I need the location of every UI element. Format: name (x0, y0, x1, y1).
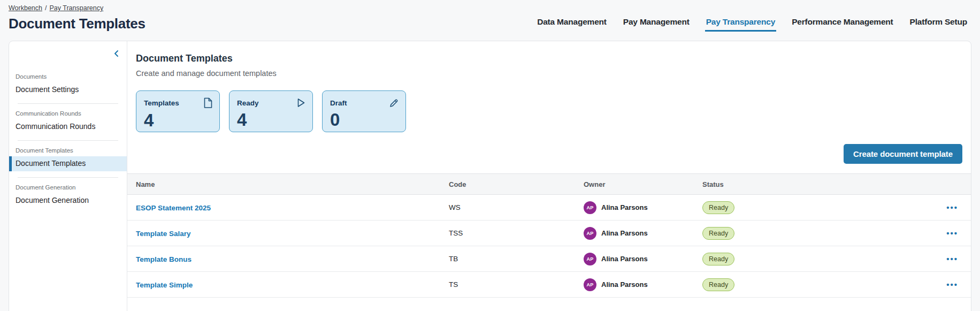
breadcrumb-separator: / (45, 4, 47, 12)
collapse-sidebar-button[interactable] (113, 50, 120, 57)
tab-pay-transparency[interactable]: Pay Transparency (705, 17, 777, 32)
sidebar-divider (18, 103, 118, 104)
tab-data-management[interactable]: Data Management (536, 17, 608, 32)
sidebar-group-label: Document Templates (9, 147, 127, 156)
sidebar-item-communication-rounds[interactable]: Communication Rounds (9, 119, 127, 134)
chevron-left-icon (113, 50, 120, 59)
row-actions-menu-icon[interactable]: ••• (946, 280, 958, 289)
template-code: TSS (449, 229, 584, 237)
actions-row: Create document template (127, 144, 971, 164)
sidebar-item-document-templates[interactable]: Document Templates (9, 156, 127, 171)
sidebar-group-label: Documents (9, 73, 127, 82)
stat-value: 0 (330, 111, 399, 128)
row-actions-menu-icon[interactable]: ••• (946, 255, 958, 263)
sidebar-group-label: Communication Rounds (9, 110, 127, 119)
panel-heading: Document Templates (136, 52, 962, 65)
templates-table: Name Code Owner Status ESOP Statement 20… (127, 173, 971, 298)
play-icon (295, 97, 306, 108)
stat-card-ready[interactable]: Ready 4 (229, 90, 313, 132)
template-code: TS (449, 280, 584, 289)
title-row: Document Templates Data Management Pay M… (9, 16, 968, 32)
stat-value: 4 (144, 111, 213, 129)
main-content: Document Templates Create and manage doc… (127, 41, 971, 311)
template-code: TB (449, 255, 584, 263)
template-link[interactable]: Template Bonus (136, 255, 192, 263)
panel-subheading: Create and manage document templates (136, 68, 962, 79)
template-link[interactable]: ESOP Statement 2025 (136, 204, 211, 212)
sidebar-item-document-settings[interactable]: Document Settings (9, 82, 127, 97)
avatar: AP (584, 278, 596, 291)
breadcrumb-link-workbench[interactable]: Workbench (9, 4, 42, 12)
column-header-owner: Owner (584, 180, 702, 188)
template-link[interactable]: Template Salary (136, 230, 191, 238)
table-row: Template Simple TS AP Alina Parsons Read… (127, 272, 971, 298)
sidebar-group-label: Document Generation (9, 184, 127, 193)
tab-performance-management[interactable]: Performance Management (791, 17, 894, 32)
status-badge: Ready (702, 278, 734, 291)
stat-label: Templates (144, 99, 179, 107)
stat-value: 4 (237, 111, 306, 128)
sidebar-divider (18, 140, 118, 141)
top-nav: Data Management Pay Management Pay Trans… (536, 17, 968, 32)
sidebar-group-communication-rounds: Communication Rounds Communication Round… (9, 110, 127, 134)
table-row: Template Bonus TB AP Alina Parsons Ready… (127, 246, 971, 272)
column-header-name: Name (136, 180, 449, 188)
template-link[interactable]: Template Simple (136, 281, 193, 289)
owner-name: Alina Parsons (601, 229, 648, 237)
tab-pay-management[interactable]: Pay Management (622, 17, 691, 32)
breadcrumb: Workbench/Pay Transparency (9, 3, 968, 12)
sidebar-divider (18, 177, 118, 178)
table-row: ESOP Statement 2025 WS AP Alina Parsons … (127, 195, 971, 221)
status-badge: Ready (702, 227, 734, 240)
row-actions-menu-icon[interactable]: ••• (946, 203, 958, 211)
stat-card-draft[interactable]: Draft 0 (322, 90, 406, 132)
page-title: Document Templates (9, 16, 146, 32)
row-actions-menu-icon[interactable]: ••• (946, 229, 958, 237)
status-badge: Ready (702, 253, 734, 266)
column-header-status: Status (702, 180, 920, 188)
stats-row: Templates 4 Ready 4 (136, 90, 962, 132)
file-icon (203, 97, 213, 109)
top-header: Workbench/Pay Transparency Document Temp… (0, 0, 980, 32)
sidebar-group-document-generation: Document Generation Document Generation (9, 184, 127, 208)
template-code: WS (449, 203, 584, 211)
avatar: AP (584, 201, 596, 214)
stat-label: Ready (237, 99, 259, 107)
table-row: Template Salary TSS AP Alina Parsons Rea… (127, 221, 971, 246)
tab-platform-setup[interactable]: Platform Setup (909, 17, 968, 32)
stat-card-templates[interactable]: Templates 4 (136, 90, 220, 132)
main-header-section: Document Templates Create and manage doc… (127, 41, 971, 132)
sidebar-collapse-row (9, 50, 127, 59)
column-header-code: Code (449, 180, 584, 188)
sidebar-item-document-generation[interactable]: Document Generation (9, 193, 127, 208)
sidebar-group-documents: Documents Document Settings (9, 73, 127, 97)
breadcrumb-link-pay-transparency[interactable]: Pay Transparency (49, 4, 103, 12)
table-header: Name Code Owner Status (127, 173, 971, 195)
create-document-template-button[interactable]: Create document template (844, 144, 962, 164)
stat-label: Draft (330, 99, 347, 107)
owner-name: Alina Parsons (601, 203, 648, 211)
sidebar-group-document-templates: Document Templates Document Templates (9, 147, 127, 171)
sidebar: Documents Document Settings Communicatio… (9, 41, 127, 311)
content-panel: Documents Document Settings Communicatio… (9, 41, 971, 311)
owner-name: Alina Parsons (601, 255, 648, 263)
status-badge: Ready (702, 201, 734, 214)
avatar: AP (584, 253, 596, 266)
owner-name: Alina Parsons (601, 280, 648, 289)
avatar: AP (584, 227, 596, 240)
pencil-icon (388, 97, 399, 108)
